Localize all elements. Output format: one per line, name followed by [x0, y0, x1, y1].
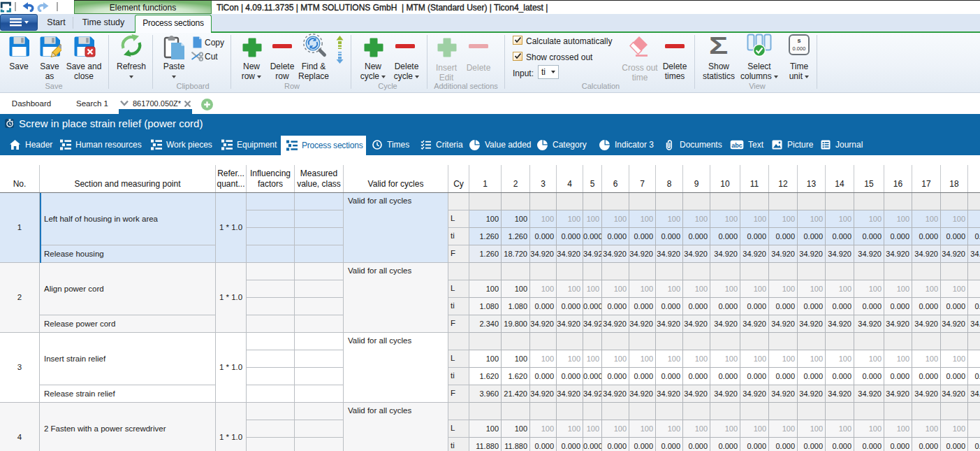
svg-text:abc: abc [731, 142, 743, 149]
svg-text:s: s [797, 37, 800, 44]
svg-text:0.000: 0.000 [793, 45, 806, 52]
